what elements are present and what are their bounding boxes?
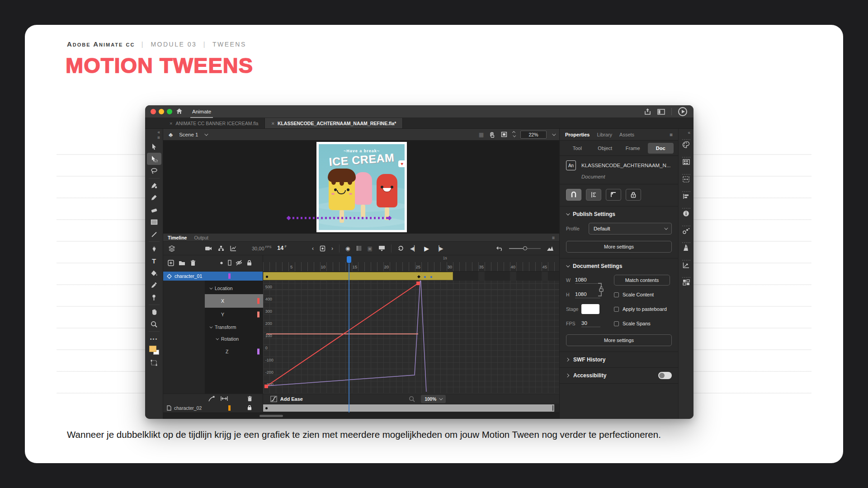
scale-spans-checkbox[interactable] — [614, 321, 619, 326]
minimize-window-button[interactable] — [159, 109, 164, 114]
property-transform[interactable]: Transform — [205, 321, 263, 333]
subtab-tool[interactable]: Tool — [564, 145, 590, 151]
motion-graph-panel-button[interactable] — [682, 255, 690, 272]
cc-libraries-panel-button[interactable] — [682, 221, 690, 238]
timeline-zoom-slider[interactable] — [509, 246, 541, 250]
fluid-brush-tool[interactable] — [147, 179, 161, 192]
subtab-frame[interactable]: Frame — [620, 145, 646, 151]
brush-settings-panel-button[interactable] — [682, 169, 690, 187]
more-tools-icon[interactable]: ••• — [147, 333, 161, 345]
fit-graph-icon[interactable] — [221, 396, 228, 401]
property-location[interactable]: Location — [205, 282, 263, 294]
step-back-icon[interactable]: ◀▏ — [410, 245, 418, 252]
onion-skin-outlines-icon[interactable] — [356, 245, 362, 251]
clip-content-icon[interactable] — [489, 131, 495, 138]
current-frame-indicator[interactable]: 14 F — [277, 245, 287, 251]
components-panel-button[interactable] — [682, 272, 690, 290]
camera-icon[interactable] — [205, 246, 212, 251]
layer-color-chip[interactable] — [228, 273, 231, 279]
panel-menu-icon[interactable]: ≡ — [670, 132, 673, 137]
layer-lock-icon[interactable] — [247, 405, 252, 410]
play-icon[interactable]: ▶ — [424, 245, 429, 252]
layer-depth-icon[interactable] — [230, 245, 236, 251]
delete-layer-icon[interactable] — [190, 260, 196, 266]
stage-pasteboard[interactable]: ~Have a break~ ICE CREAM — [163, 141, 559, 234]
eraser-tool[interactable] — [147, 204, 161, 216]
graph-plot-area[interactable]: 500 400 300 200 100 0 -100 -200 -300 — [263, 281, 559, 394]
tab-library[interactable]: Library — [597, 132, 612, 137]
lasso-tool[interactable] — [147, 165, 161, 177]
property-rotation[interactable]: Rotation — [205, 333, 263, 345]
anchor-point-icon[interactable] — [208, 396, 215, 402]
lock-column-icon[interactable] — [247, 260, 252, 266]
property-z[interactable]: Z — [205, 345, 263, 358]
maximize-window-button[interactable] — [167, 109, 172, 114]
playhead-line[interactable] — [349, 263, 349, 413]
fps-indicator[interactable]: 30,00 FPS — [252, 245, 271, 251]
paint-bucket-tool[interactable] — [147, 267, 161, 279]
new-folder-icon[interactable] — [179, 260, 185, 266]
playhead[interactable] — [347, 256, 351, 263]
graph-zoom-select[interactable]: 100% — [421, 395, 446, 403]
home-icon[interactable] — [176, 108, 183, 114]
motion-path[interactable] — [288, 217, 390, 219]
lock-toggle[interactable] — [626, 189, 641, 201]
frame-picker-icon[interactable] — [378, 245, 385, 251]
step-forward-icon[interactable]: ▕▶ — [435, 245, 443, 252]
chevron-down-icon[interactable] — [205, 132, 208, 136]
width-input[interactable]: 1080 — [575, 277, 600, 284]
selection-tool[interactable] — [147, 141, 161, 153]
snap-magnet-toggle[interactable] — [566, 189, 581, 201]
scale-content-checkbox[interactable] — [614, 292, 619, 297]
tools-menu-icon[interactable]: ≡ — [145, 135, 163, 141]
doc-tab-icecream[interactable]: × ANIMATE CC BANNER ICECREAM.fla — [163, 118, 265, 128]
layer-name[interactable]: character_02 — [174, 405, 202, 411]
workspace-icon[interactable] — [657, 109, 665, 115]
info-panel-button[interactable] — [682, 204, 690, 221]
profile-select[interactable]: Default — [589, 223, 672, 235]
fit-frames-icon[interactable] — [547, 246, 554, 251]
asset-sculpt-panel-button[interactable] — [682, 238, 690, 255]
hide-column-icon[interactable] — [236, 260, 242, 266]
keyframe-dot[interactable] — [265, 407, 268, 409]
next-keyframe-icon[interactable]: › — [331, 245, 333, 252]
line-tool[interactable] — [147, 228, 161, 240]
layer-color-chip[interactable] — [228, 405, 231, 411]
collapse-strip-icon[interactable]: « — [679, 130, 693, 135]
zoom-dropdown-icon[interactable] — [552, 132, 556, 136]
tab-animate[interactable]: Animate — [188, 105, 216, 118]
rectangle-tool[interactable] — [147, 216, 161, 228]
property-y[interactable]: Y — [205, 308, 263, 321]
layer-name[interactable]: character_01 — [175, 273, 202, 279]
publish-settings-header[interactable]: Publish Settings — [560, 206, 678, 220]
accessibility-toggle[interactable] — [658, 372, 672, 379]
height-input[interactable]: 1080 — [575, 291, 600, 298]
link-dimensions-icon[interactable] — [598, 282, 606, 297]
center-frame-icon[interactable]: ▦ — [479, 131, 484, 138]
property-keyframe-dot[interactable] — [430, 276, 432, 278]
panel-menu-icon[interactable]: ≡ — [552, 235, 555, 240]
frame-ruler[interactable]: 1s 5 10 15 20 25 30 35 40 45 — [263, 255, 559, 271]
outline-column-icon[interactable] — [228, 260, 231, 266]
share-icon[interactable] — [644, 108, 651, 115]
rotate-stage-icon[interactable] — [501, 131, 507, 137]
eyedropper-tool[interactable] — [147, 279, 161, 291]
pen-tool[interactable] — [147, 243, 161, 255]
subselection-tool[interactable] — [147, 153, 161, 165]
test-movie-icon[interactable] — [678, 107, 687, 116]
symbol-clover-icon[interactable]: ♣ — [169, 131, 173, 138]
zoom-level-input[interactable]: 22% — [520, 131, 547, 139]
fps-input[interactable]: 30 — [581, 320, 600, 327]
frame-span[interactable] — [263, 404, 554, 412]
timeline-scrollbar[interactable] — [163, 413, 559, 419]
property-keyframe-dot[interactable] — [424, 276, 426, 278]
hand-tool[interactable] — [147, 306, 161, 318]
new-layer-icon[interactable] — [168, 260, 174, 266]
tween-span[interactable] — [263, 272, 453, 280]
stage-color-swatch[interactable] — [581, 304, 599, 314]
snap-grid-toggle[interactable] — [606, 189, 621, 201]
doc-tab-refine[interactable]: × KLASSENCODE_ACHTERNAAM_NAAM_REFINE.fla… — [265, 118, 403, 128]
insert-keyframe-icon[interactable] — [320, 245, 326, 252]
swf-history-header[interactable]: SWF History — [560, 352, 678, 367]
add-ease-button[interactable]: Add Ease — [267, 395, 307, 403]
